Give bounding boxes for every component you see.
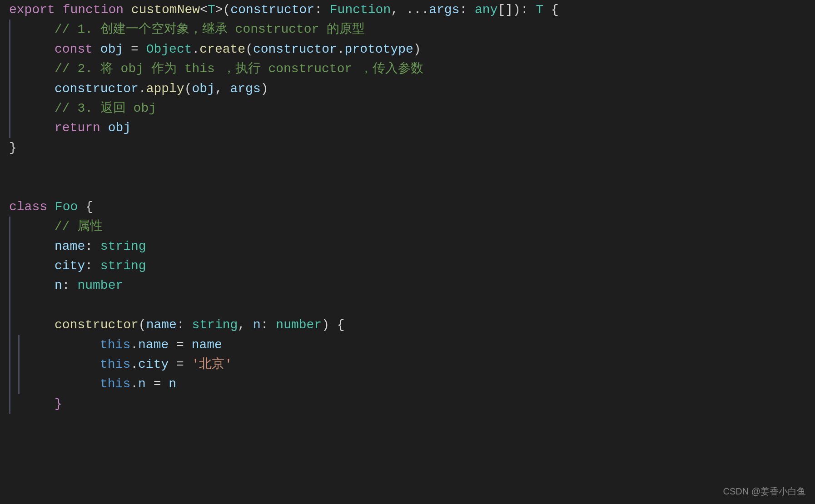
code-line-3: const obj = Object.create(constructor.pr… xyxy=(18,40,806,59)
constructor-body: this.name = name this.city = '北京' this.n… xyxy=(18,335,806,394)
blank-line-3 xyxy=(18,296,806,315)
block-indicator-line xyxy=(9,20,10,138)
type-param-T: T xyxy=(208,0,215,20)
function-body: // 1. 创建一个空对象，继承 constructor 的原型 const o… xyxy=(9,20,806,138)
class-block-indicator-line xyxy=(9,217,10,414)
code-line-7: return obj xyxy=(18,118,806,138)
keyword-function: function xyxy=(63,0,124,20)
type-any: any xyxy=(475,0,497,20)
comment-line-2: // 2. 将 obj 作为 this ，执行 constructor ，传入参… xyxy=(18,59,806,79)
blank-line-2 xyxy=(9,178,806,197)
assign-n: this.n = n xyxy=(27,374,806,394)
type-Function: Function xyxy=(330,0,391,20)
comment-line-1: // 1. 创建一个空对象，继承 constructor 的原型 xyxy=(18,20,806,39)
keyword-export: export xyxy=(9,0,63,20)
constructor-block-indicator-line xyxy=(18,335,20,394)
function-name: customNew xyxy=(131,0,200,20)
prop-name: name: string xyxy=(18,237,806,256)
param-args: args xyxy=(429,0,459,20)
class-declaration: class Foo { xyxy=(9,197,806,217)
return-type-T: T xyxy=(536,0,543,20)
code-editor: export function customNew<T>(constructor… xyxy=(0,0,815,414)
comment-line-3: // 3. 返回 obj xyxy=(18,99,806,118)
code-line-1: export function customNew<T>(constructor… xyxy=(9,0,806,20)
constructor-declaration: constructor(name: string, n: number) { xyxy=(18,315,806,335)
class-body: // 属性 name: string city: string n: numbe… xyxy=(9,217,806,414)
assign-city: this.city = '北京' xyxy=(27,355,806,374)
prop-city: city: string xyxy=(18,256,806,276)
close-constructor: } xyxy=(18,394,806,414)
assign-name: this.name = name xyxy=(27,335,806,355)
comment-attr: // 属性 xyxy=(18,217,806,236)
close-brace-1: } xyxy=(9,138,806,158)
prop-n: n: number xyxy=(18,276,806,295)
code-line-5: constructor.apply(obj, args) xyxy=(18,79,806,99)
param-constructor: constructor xyxy=(230,0,314,20)
blank-line-1 xyxy=(9,158,806,177)
watermark: CSDN @姜香小白鱼 xyxy=(723,484,806,499)
